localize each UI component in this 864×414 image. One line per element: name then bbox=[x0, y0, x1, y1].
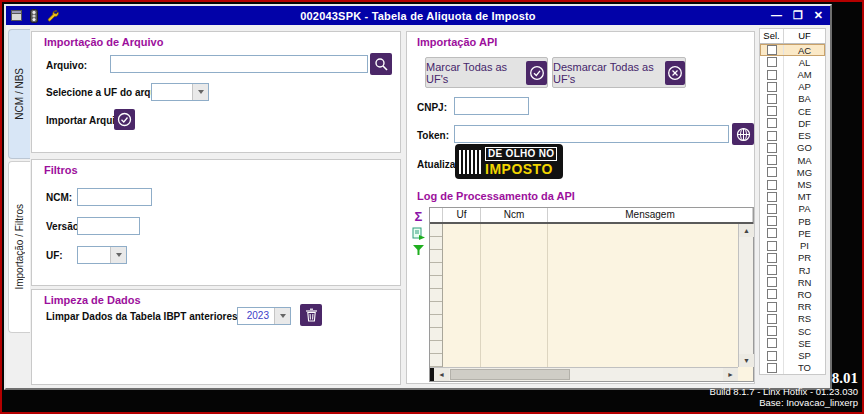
uf-checkbox[interactable] bbox=[767, 106, 777, 116]
arquivo-input[interactable] bbox=[110, 55, 368, 73]
cnpj-input[interactable] bbox=[454, 97, 529, 115]
uf-code: SP bbox=[784, 350, 825, 361]
scroll-down-icon[interactable]: ▼ bbox=[739, 354, 754, 367]
uf-checkbox[interactable] bbox=[767, 326, 777, 336]
uf-filtro-combo[interactable] bbox=[77, 246, 127, 264]
ano-combo-button[interactable] bbox=[274, 308, 290, 324]
minimize-button[interactable]: — bbox=[771, 10, 782, 21]
uf-row[interactable]: PR bbox=[760, 252, 825, 264]
log-body-col-mensagem bbox=[548, 224, 738, 367]
uf-row[interactable]: ES bbox=[760, 130, 825, 142]
close-button[interactable]: ✕ bbox=[814, 10, 823, 21]
log-horizontal-scrollbar[interactable]: ◄ ► bbox=[430, 367, 738, 381]
export-icon[interactable] bbox=[412, 227, 425, 240]
tab-importacao-filtros[interactable]: Importação / Filtros bbox=[8, 161, 30, 333]
scroll-up-icon[interactable]: ▲ bbox=[739, 224, 754, 237]
scroll-left-icon[interactable]: ◄ bbox=[434, 368, 449, 381]
uf-row[interactable]: MA bbox=[760, 154, 825, 166]
uf-row[interactable]: RO bbox=[760, 288, 825, 300]
uf-row[interactable]: CE bbox=[760, 105, 825, 117]
uf-checkbox[interactable] bbox=[767, 241, 777, 251]
importar-arquivo-button[interactable] bbox=[114, 109, 135, 130]
uf-checkbox[interactable] bbox=[767, 265, 777, 275]
uf-row[interactable]: PE bbox=[760, 227, 825, 239]
token-globe-button[interactable] bbox=[732, 123, 754, 145]
uf-selection-grid[interactable]: Sel. UF ACALAMAPBACEDFESGOMAMGMSMTPAPBPE… bbox=[759, 28, 826, 375]
uf-row[interactable]: PI bbox=[760, 240, 825, 252]
marcar-todas-button[interactable]: Marcar Todas as UF's bbox=[425, 57, 548, 88]
versao-input[interactable] bbox=[77, 217, 140, 235]
uf-row[interactable]: RN bbox=[760, 276, 825, 288]
uf-row[interactable]: PB bbox=[760, 215, 825, 227]
desmarcar-todas-button[interactable]: Desmarcar Todas as UF's bbox=[552, 57, 686, 88]
uf-row[interactable]: PA bbox=[760, 203, 825, 215]
log-col-rowheader bbox=[430, 208, 443, 222]
uf-row[interactable]: MS bbox=[760, 178, 825, 190]
uf-row[interactable]: RS bbox=[760, 313, 825, 325]
uf-row[interactable]: AP bbox=[760, 81, 825, 93]
uf-row[interactable]: SE bbox=[760, 337, 825, 349]
panel-importacao-api: Importação API Marcar Todas as UF's Desm… bbox=[406, 31, 755, 384]
uf-row[interactable]: RR bbox=[760, 301, 825, 313]
uf-row[interactable]: RJ bbox=[760, 264, 825, 276]
uf-checkbox[interactable] bbox=[767, 45, 777, 55]
uf-row[interactable]: BA bbox=[760, 93, 825, 105]
uf-checkbox[interactable] bbox=[767, 57, 777, 67]
uf-checkbox[interactable] bbox=[767, 253, 777, 263]
uf-row[interactable]: DF bbox=[760, 117, 825, 129]
uf-checkbox[interactable] bbox=[767, 216, 777, 226]
window-title: 002043SPK - Tabela de Aliquota de Impost… bbox=[6, 10, 830, 22]
uf-checkbox[interactable] bbox=[767, 314, 777, 324]
tab-ncm-nbs[interactable]: NCM / NBS bbox=[8, 29, 30, 159]
uf-arquivo-combo[interactable] bbox=[151, 83, 209, 101]
sum-sigma-icon[interactable]: Σ bbox=[415, 210, 423, 223]
log-grid[interactable]: Uf Ncm Mensagem ▲ ▼ bbox=[429, 207, 754, 382]
uf-checkbox[interactable] bbox=[767, 351, 777, 361]
de-olho-no-imposto-logo[interactable]: DE OLHO NO IMPOSTO bbox=[455, 144, 563, 179]
uf-checkbox[interactable] bbox=[767, 143, 777, 153]
uf-row[interactable]: AL bbox=[760, 56, 825, 68]
uf-checkbox[interactable] bbox=[767, 204, 777, 214]
uf-checkbox[interactable] bbox=[767, 302, 777, 312]
uf-code: PE bbox=[784, 228, 825, 239]
uf-checkbox[interactable] bbox=[767, 167, 777, 177]
log-vertical-scrollbar[interactable]: ▲ ▼ bbox=[738, 224, 753, 367]
uf-checkbox[interactable] bbox=[767, 277, 777, 287]
uf-checkbox[interactable] bbox=[767, 338, 777, 348]
marcar-todas-label: Marcar Todas as UF's bbox=[426, 61, 518, 85]
uf-checkbox[interactable] bbox=[767, 180, 777, 190]
token-input[interactable] bbox=[454, 125, 729, 143]
hscroll-thumb[interactable] bbox=[450, 369, 570, 380]
uf-row[interactable]: AM bbox=[760, 68, 825, 80]
uf-row[interactable]: MG bbox=[760, 166, 825, 178]
uf-row[interactable]: GO bbox=[760, 142, 825, 154]
uf-row[interactable]: AC bbox=[760, 44, 825, 56]
uf-checkbox[interactable] bbox=[767, 192, 777, 202]
group-limpeza-dados: Limpeza de Dados Limpar Dados da Tabela … bbox=[31, 289, 401, 385]
uf-checkbox[interactable] bbox=[767, 155, 777, 165]
uf-arquivo-combo-button[interactable] bbox=[192, 84, 208, 100]
uf-checkbox[interactable] bbox=[767, 82, 777, 92]
title-bar[interactable]: 002043SPK - Tabela de Aliquota de Impost… bbox=[6, 6, 830, 25]
uf-filtro-combo-button[interactable] bbox=[110, 247, 126, 263]
uf-checkbox[interactable] bbox=[767, 131, 777, 141]
uf-checkbox[interactable] bbox=[767, 94, 777, 104]
browse-file-button[interactable] bbox=[370, 53, 392, 75]
uf-code: PR bbox=[784, 252, 825, 263]
uf-checkbox[interactable] bbox=[767, 289, 777, 299]
ncm-input[interactable] bbox=[77, 188, 152, 206]
filter-funnel-icon[interactable] bbox=[412, 244, 425, 256]
uf-row[interactable]: SC bbox=[760, 325, 825, 337]
ano-combo[interactable]: 2023 bbox=[237, 307, 291, 325]
maximize-button[interactable]: ❐ bbox=[793, 10, 803, 21]
log-col-mensagem[interactable]: Mensagem bbox=[548, 208, 753, 222]
uf-row[interactable]: MT bbox=[760, 191, 825, 203]
log-col-uf[interactable]: Uf bbox=[443, 208, 481, 222]
uf-checkbox[interactable] bbox=[767, 228, 777, 238]
uf-row[interactable]: SP bbox=[760, 349, 825, 361]
log-col-ncm[interactable]: Ncm bbox=[481, 208, 548, 222]
uf-checkbox[interactable] bbox=[767, 70, 777, 80]
limpar-dados-button[interactable] bbox=[300, 304, 322, 326]
uf-checkbox[interactable] bbox=[767, 118, 777, 128]
screen: 002043SPK - Tabela de Aliquota de Impost… bbox=[0, 0, 864, 414]
